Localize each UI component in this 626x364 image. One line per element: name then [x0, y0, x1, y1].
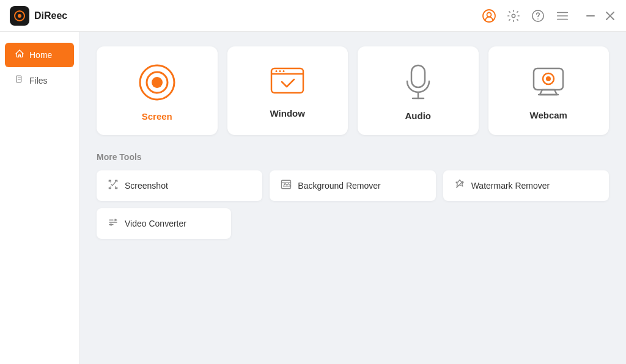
screen-icon — [138, 64, 176, 101]
screenshot-tool[interactable]: Screenshot — [97, 170, 262, 201]
svg-rect-12 — [271, 68, 303, 93]
sidebar-files-label: Files — [29, 76, 48, 86]
sidebar-item-files[interactable]: Files — [5, 68, 74, 93]
svg-point-3 — [487, 12, 492, 16]
window-controls — [584, 10, 616, 22]
video-converter-label: Video Converter — [125, 219, 186, 228]
logo-icon — [10, 6, 29, 26]
menu-icon[interactable] — [555, 9, 570, 23]
settings-icon[interactable] — [506, 9, 521, 23]
svg-point-6 — [537, 18, 538, 19]
recording-cards: Screen Window — [97, 46, 609, 135]
main-content: Screen Window — [79, 32, 626, 364]
titlebar-actions — [482, 9, 616, 23]
svg-point-13 — [276, 70, 278, 72]
bg-remover-icon — [281, 179, 292, 192]
user-icon[interactable] — [482, 9, 496, 23]
svg-point-24 — [284, 183, 285, 184]
svg-point-1 — [18, 14, 21, 18]
svg-point-2 — [483, 10, 495, 22]
webcam-icon — [530, 65, 567, 100]
svg-point-15 — [283, 70, 285, 72]
audio-card[interactable]: Audio — [358, 46, 479, 135]
close-button[interactable] — [604, 10, 616, 22]
svg-point-14 — [279, 70, 281, 72]
help-icon[interactable] — [531, 9, 545, 23]
wm-remover-label: Watermark Remover — [471, 181, 550, 191]
titlebar: DiReec — [0, 0, 626, 32]
wm-remover-icon — [454, 179, 465, 192]
sidebar-home-label: Home — [29, 50, 52, 60]
window-icon — [270, 67, 305, 98]
app-name: DiReec — [34, 10, 67, 21]
svg-point-21 — [546, 76, 551, 81]
tools-grid-row2: Video Converter — [97, 208, 609, 239]
svg-point-11 — [152, 77, 163, 88]
more-tools-section: More Tools Screenshot — [97, 152, 609, 239]
webcam-card[interactable]: Webcam — [488, 46, 609, 135]
screen-label: Screen — [142, 111, 172, 122]
app-body: Home Files — [0, 32, 626, 364]
webcam-label: Webcam — [530, 110, 567, 120]
svg-rect-16 — [411, 65, 425, 87]
sidebar: Home Files — [0, 32, 79, 364]
files-icon — [15, 75, 24, 87]
screen-card[interactable]: Screen — [97, 46, 218, 135]
video-converter-tool[interactable]: Video Converter — [97, 208, 231, 239]
window-label: Window — [270, 108, 305, 118]
svg-point-4 — [512, 14, 515, 18]
home-icon — [15, 49, 24, 61]
video-converter-icon — [108, 217, 119, 230]
screenshot-icon — [108, 179, 119, 192]
window-card[interactable]: Window — [227, 46, 348, 135]
app-logo: DiReec — [10, 6, 67, 26]
tools-grid: Screenshot Background Remover — [97, 170, 609, 201]
audio-icon — [403, 64, 433, 101]
audio-label: Audio — [405, 111, 432, 121]
bg-remover-label: Background Remover — [298, 181, 380, 191]
minimize-button[interactable] — [584, 10, 597, 22]
wm-remover-tool[interactable]: Watermark Remover — [443, 170, 609, 201]
svg-rect-8 — [17, 76, 21, 82]
sidebar-item-home[interactable]: Home — [5, 43, 74, 67]
svg-rect-7 — [586, 15, 595, 16]
bg-remover-tool[interactable]: Background Remover — [270, 170, 435, 201]
more-tools-title: More Tools — [97, 152, 609, 162]
screenshot-label: Screenshot — [125, 181, 168, 191]
